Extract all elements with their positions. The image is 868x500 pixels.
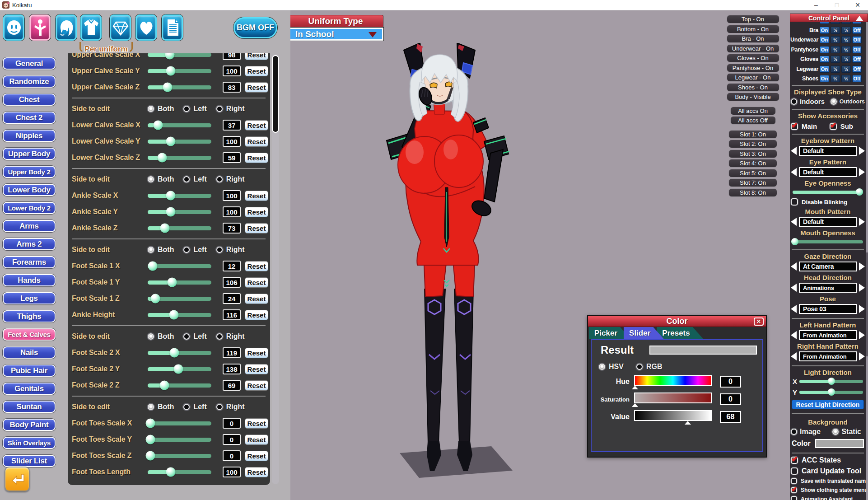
- slider-knob[interactable]: [828, 388, 835, 396]
- hue-bar[interactable]: [634, 375, 712, 388]
- body-tab-button[interactable]: [29, 14, 51, 41]
- slider-knob[interactable]: [166, 207, 175, 217]
- slider-knob[interactable]: [145, 435, 155, 444]
- legwear-half1-button[interactable]: ½: [831, 65, 840, 73]
- state-button-legwear-on[interactable]: Legwear - On: [727, 73, 779, 82]
- bra-half1-button[interactable]: ½: [831, 27, 840, 34]
- prev-arrow-icon[interactable]: [791, 305, 797, 313]
- face-tab-button[interactable]: [3, 14, 24, 41]
- slot-button-slot-8-on[interactable]: Slot 8: On: [728, 188, 777, 197]
- left-radio[interactable]: [183, 247, 190, 253]
- left-radio[interactable]: [183, 333, 190, 340]
- hair-tab-button[interactable]: [56, 14, 77, 41]
- sidebar-item-arms-2[interactable]: Arms 2: [3, 238, 56, 250]
- side-option-both[interactable]: Both: [148, 403, 174, 411]
- sidebar-item-slider-list[interactable]: Slider List: [3, 455, 56, 467]
- mouth-pattern-value[interactable]: Default: [799, 217, 857, 227]
- reset-button[interactable]: Reset: [245, 380, 268, 391]
- checkbox[interactable]: [791, 487, 797, 493]
- outdoors-radio[interactable]: [831, 98, 837, 105]
- underwear-on-button[interactable]: On: [820, 36, 829, 43]
- pose-value[interactable]: Pose 03: [799, 304, 857, 314]
- gloves-half2-button[interactable]: ½: [841, 56, 851, 63]
- sidebar-item-feet-calves[interactable]: Feet & Calves: [3, 328, 56, 341]
- shoes-half1-button[interactable]: ½: [831, 75, 840, 82]
- reset-button[interactable]: Reset: [245, 348, 268, 358]
- slider-knob[interactable]: [145, 451, 155, 461]
- clothes-tab-button[interactable]: [80, 14, 102, 41]
- animation-assistant-row[interactable]: Animation Assistant: [791, 496, 865, 500]
- foot-toes-scale-y-slider[interactable]: [148, 435, 211, 444]
- head-direction-value[interactable]: Animations: [799, 283, 857, 293]
- slot-button-slot-1-on[interactable]: Slot 1: On: [728, 130, 777, 139]
- side-option-left[interactable]: Left: [183, 105, 206, 113]
- right-radio[interactable]: [216, 404, 223, 410]
- slider-knob[interactable]: [166, 137, 175, 146]
- state-button-gloves-on[interactable]: Gloves - On: [727, 54, 779, 62]
- state-button-bra-on[interactable]: Bra - On: [727, 34, 779, 43]
- slider-knob[interactable]: [791, 238, 798, 245]
- slider-knob[interactable]: [828, 378, 835, 385]
- side-option-left[interactable]: Left: [183, 332, 206, 341]
- ankle-scale-x-slider[interactable]: [148, 191, 211, 201]
- next-arrow-icon[interactable]: [859, 305, 865, 313]
- bgm-toggle-button[interactable]: BGM OFF: [233, 17, 277, 38]
- side-option-right[interactable]: Right: [216, 175, 245, 183]
- main-checkbox[interactable]: [791, 123, 798, 130]
- reset-button[interactable]: Reset: [245, 467, 268, 477]
- accessories-tab-button[interactable]: [110, 14, 131, 41]
- pantyhose-half2-button[interactable]: ½: [841, 46, 851, 53]
- slider-knob[interactable]: [160, 224, 170, 233]
- sidebar-item-skin-overlays[interactable]: Skin Overlays: [3, 437, 56, 449]
- slider-knob[interactable]: [153, 121, 163, 130]
- gloves-off-button[interactable]: Off: [852, 56, 862, 63]
- reset-button[interactable]: Reset: [245, 223, 268, 234]
- uniform-type-dropdown[interactable]: In School: [288, 28, 383, 41]
- gloves-half1-button[interactable]: ½: [831, 56, 840, 63]
- next-arrow-icon[interactable]: [859, 331, 865, 339]
- slot-button-slot-4-on[interactable]: Slot 4: On: [728, 159, 777, 168]
- sidebar-item-randomize[interactable]: Randomize: [3, 75, 56, 88]
- color-dialog-close-button[interactable]: ✕: [754, 318, 764, 326]
- reset-button[interactable]: Reset: [245, 364, 268, 374]
- slider-knob[interactable]: [145, 419, 155, 428]
- sidebar-item-thighs[interactable]: Thighs: [3, 310, 56, 322]
- next-arrow-icon[interactable]: [859, 284, 865, 292]
- legwear-on-button[interactable]: On: [820, 65, 829, 73]
- hsv-mode-option[interactable]: HSV: [599, 363, 624, 371]
- underwear-off-button[interactable]: Off: [852, 36, 862, 43]
- sidebar-item-suntan[interactable]: Suntan: [3, 401, 56, 413]
- reset-button[interactable]: Reset: [245, 418, 268, 429]
- scrollbar-thumb[interactable]: [272, 55, 279, 133]
- character-viewport[interactable]: Uniform Type In School Top - OnBottom - …: [290, 10, 868, 500]
- slot-button-slot-3-on[interactable]: Slot 3: On: [728, 150, 777, 158]
- pantyhose-half1-button[interactable]: ½: [831, 46, 840, 53]
- reset-button[interactable]: Reset: [245, 82, 268, 93]
- next-arrow-icon[interactable]: [859, 352, 865, 360]
- sidebar-item-genitals[interactable]: Genitals: [3, 383, 56, 395]
- side-option-right[interactable]: Right: [216, 246, 245, 254]
- parameters-tab-button[interactable]: [135, 14, 157, 41]
- rgb-mode-option[interactable]: RGB: [636, 363, 663, 371]
- accessory-button-all-accs-on[interactable]: All accs On: [730, 107, 776, 115]
- show-sub-option[interactable]: Sub: [830, 122, 853, 130]
- sidebar-item-hands[interactable]: Hands: [3, 274, 56, 286]
- reset-button[interactable]: Reset: [245, 207, 268, 217]
- sidebar-item-pubic-hair[interactable]: Pubic Hair: [3, 364, 56, 377]
- left-radio[interactable]: [183, 106, 190, 112]
- ankle-height-slider[interactable]: [148, 310, 211, 320]
- lower-calve-scale-z-slider[interactable]: [148, 153, 211, 163]
- reset-light-direction-button[interactable]: Reset Light Direction: [792, 400, 864, 409]
- show-clothing-state-menu-row[interactable]: Show clothing state menu: [791, 487, 865, 493]
- minimize-button[interactable]: –: [806, 0, 826, 10]
- acc-states-row[interactable]: ACC States: [791, 456, 865, 464]
- reset-button[interactable]: Reset: [245, 66, 268, 76]
- next-arrow-icon[interactable]: [859, 168, 865, 176]
- background-color-swatch[interactable]: [815, 439, 864, 448]
- sidebar-item-lower-body-2[interactable]: Lower Body 2: [3, 202, 56, 214]
- slider-knob[interactable]: [169, 310, 178, 320]
- upper-calve-scale-x-slider[interactable]: [148, 53, 211, 60]
- both-radio[interactable]: [148, 247, 154, 253]
- reset-button[interactable]: Reset: [245, 120, 268, 131]
- foot-scale-2-x-slider[interactable]: [148, 348, 211, 358]
